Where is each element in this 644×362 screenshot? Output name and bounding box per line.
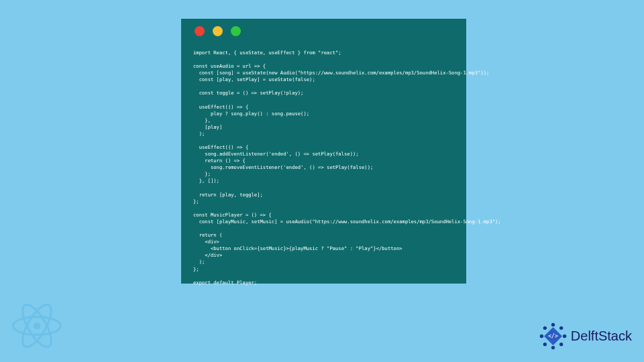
svg-text:</>: </> — [548, 333, 558, 339]
brand-name: DelftStack — [571, 328, 632, 344]
minimize-icon — [213, 26, 223, 36]
svg-point-8 — [551, 346, 555, 349]
delftstack-logo-icon: </> — [538, 321, 568, 351]
svg-point-11 — [543, 326, 546, 330]
code-window: import React, { useState, useEffect } fr… — [181, 19, 466, 284]
brand-mark: </> DelftStack — [538, 321, 632, 351]
svg-point-6 — [563, 335, 566, 338]
code-content: import React, { useState, useEffect } fr… — [181, 43, 466, 293]
react-watermark-icon — [7, 299, 67, 355]
window-titlebar — [181, 19, 466, 43]
close-icon — [195, 26, 205, 36]
maximize-icon — [231, 26, 241, 36]
svg-point-4 — [551, 323, 555, 326]
svg-point-5 — [559, 326, 563, 330]
svg-point-3 — [34, 322, 41, 330]
svg-point-10 — [540, 335, 543, 338]
svg-point-9 — [543, 343, 546, 346]
svg-point-7 — [559, 343, 563, 346]
